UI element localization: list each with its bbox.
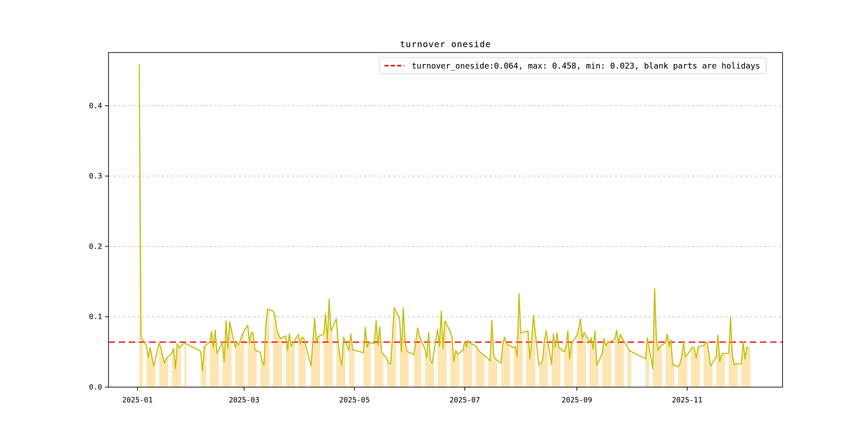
y-tick-label: 0.3 (89, 172, 102, 180)
x-tick-label: 2025-01 (122, 396, 153, 404)
y-tick-label: 0.2 (89, 242, 102, 250)
trading-week-fill (463, 341, 472, 387)
x-tick-label: 2025-07 (450, 396, 480, 404)
trading-week-fill (235, 331, 244, 387)
turnover-line (139, 65, 749, 371)
trading-week-fill (185, 343, 186, 387)
x-tick-label: 2025-11 (672, 396, 703, 404)
legend-label: turnover_oneside:0.064, max: 0.458, min:… (412, 61, 760, 70)
legend: turnover_oneside:0.064, max: 0.458, min:… (379, 57, 767, 74)
legend-dashed-line-icon (384, 65, 404, 67)
trading-week-fill (159, 343, 168, 387)
y-tick-label: 0.4 (89, 101, 102, 110)
trading-week-fill (539, 331, 548, 387)
trading-week-fill (273, 311, 282, 387)
y-tick-label: 0.0 (89, 383, 102, 391)
x-tick-label: 2025-03 (229, 396, 259, 404)
y-tick-label: 0.1 (89, 312, 102, 321)
chart-title: turnover oneside (108, 39, 782, 49)
chart-figure: 2025-012025-032025-052025-072025-092025-… (0, 0, 868, 434)
trading-week-fill (337, 319, 346, 387)
x-tick-label: 2025-05 (339, 396, 370, 404)
trading-week-fill (627, 347, 631, 387)
x-tick-label: 2025-09 (561, 396, 592, 404)
